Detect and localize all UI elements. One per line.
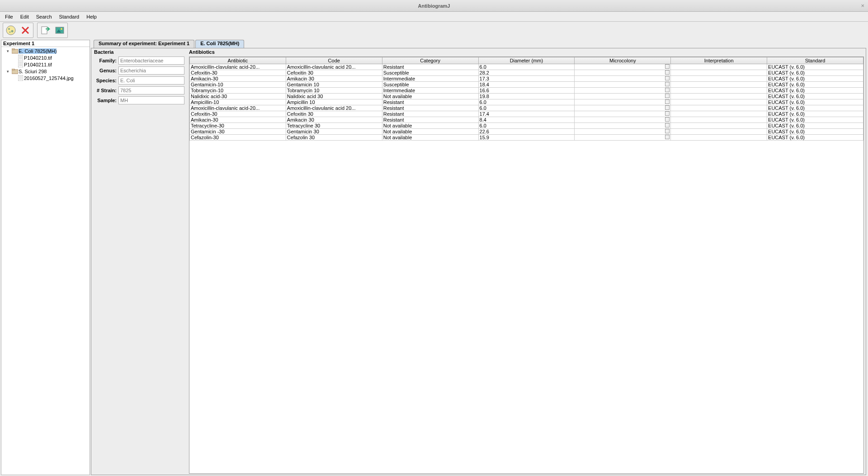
table-row[interactable]: Amoxicillin-clavulanic acid-20...Amoxici… (190, 64, 863, 70)
menu-search[interactable]: Search (33, 13, 56, 20)
table-row[interactable]: Nalidixic acid-30Nalidixic acid 30Not av… (190, 94, 863, 99)
column-header[interactable]: Antibiotic (190, 57, 286, 64)
cell-microcolony[interactable] (575, 117, 671, 123)
cell-microcolony[interactable] (575, 64, 671, 70)
table-row[interactable]: Cefoxitin-30Cefoxitin 30Resistant17.4EUC… (190, 111, 863, 117)
checkbox-icon[interactable] (665, 64, 670, 69)
tree-toggle-icon[interactable]: ▾ (7, 69, 11, 74)
cell-microcolony[interactable] (575, 82, 671, 88)
table-row[interactable]: Amikacin-30Amikacin 30Resistant8.4EUCAST… (190, 117, 863, 123)
cell-microcolony[interactable] (575, 99, 671, 105)
table-row[interactable]: Amikacin-30Amikacin 30Intermmediate17.3E… (190, 76, 863, 82)
cell-microcolony[interactable] (575, 111, 671, 117)
cell-antibiotic: Amikacin-30 (190, 117, 286, 123)
tree-item-label: P1040210.tif (24, 55, 52, 61)
export-icon[interactable] (38, 24, 52, 37)
cell-microcolony[interactable] (575, 76, 671, 82)
column-header[interactable]: Microcolony (575, 57, 671, 64)
sample-field[interactable] (118, 96, 184, 104)
genus-field[interactable] (118, 66, 184, 75)
checkbox-icon[interactable] (665, 117, 670, 122)
table-row[interactable]: Gentamicin-10Gentamicin 10Susceptible18.… (190, 82, 863, 88)
column-header[interactable]: Diameter (mm) (478, 57, 575, 64)
family-field[interactable] (118, 57, 184, 65)
file-icon (17, 61, 24, 67)
cell-microcolony[interactable] (575, 88, 671, 94)
column-header[interactable]: Code (286, 57, 382, 64)
checkbox-icon[interactable] (665, 135, 670, 139)
cell-interpretation (671, 94, 767, 99)
cell-interpretation (671, 111, 767, 117)
cell-category: Intermmediate (382, 76, 478, 82)
table-row[interactable]: Tobramycin-10Tobramycin 10Intermmediate1… (190, 88, 863, 94)
strain-field[interactable] (118, 86, 184, 94)
dish-icon[interactable] (4, 24, 18, 37)
cell-diameter: 28.2 (478, 70, 575, 76)
menu-edit[interactable]: Edit (17, 13, 33, 20)
cell-standard: EUCAST (v. 6.0) (767, 135, 863, 141)
tree-item-label: 20160527_125744.jpg (24, 75, 74, 81)
cell-antibiotic: Tetracycline-30 (190, 123, 286, 129)
column-header[interactable]: Category (382, 57, 478, 64)
tree-toggle-icon[interactable]: ▾ (7, 49, 11, 53)
cell-antibiotic: Ampicillin-10 (190, 99, 286, 105)
cell-microcolony[interactable] (575, 70, 671, 76)
tree-item-label: S. Sciuri 298 (19, 69, 47, 74)
tree-item-label: P1040211.tif (24, 62, 52, 67)
tree-item[interactable]: P1040211.tif (1, 61, 90, 68)
column-header[interactable]: Interpretation (671, 57, 767, 64)
cell-microcolony[interactable] (575, 129, 671, 135)
cell-microcolony[interactable] (575, 105, 671, 111)
checkbox-icon[interactable] (665, 76, 670, 80)
tree-item[interactable]: ▾E. Coli 7825(MH) (1, 47, 90, 54)
bacteria-panel: Bacteria Family: Genus: Species: # Strai… (91, 48, 187, 475)
checkbox-icon[interactable] (665, 70, 670, 75)
cell-microcolony[interactable] (575, 123, 671, 129)
table-row[interactable]: Gentamicin -30Gentamicin 30Not available… (190, 129, 863, 135)
bacteria-title: Bacteria (94, 49, 184, 55)
cell-antibiotic: Amoxicillin-clavulanic acid-20... (190, 64, 286, 70)
close-icon[interactable]: × (861, 2, 864, 9)
delete-icon[interactable] (18, 24, 33, 37)
image-icon[interactable] (52, 24, 67, 37)
menu-help[interactable]: Help (83, 13, 100, 20)
cell-interpretation (671, 105, 767, 111)
cell-microcolony[interactable] (575, 135, 671, 141)
tree-item[interactable]: P1040210.tif (1, 54, 90, 61)
checkbox-icon[interactable] (665, 105, 670, 110)
checkbox-icon[interactable] (665, 94, 670, 98)
column-header[interactable]: Standard (767, 57, 863, 64)
cell-microcolony[interactable] (575, 94, 671, 99)
cell-diameter: 6.0 (478, 123, 575, 129)
tree: ▾E. Coli 7825(MH)P1040210.tifP1040211.ti… (1, 47, 90, 475)
cell-diameter: 18.4 (478, 82, 575, 88)
checkbox-icon[interactable] (665, 99, 670, 104)
tree-item[interactable]: 20160527_125744.jpg (1, 75, 90, 81)
tree-item[interactable]: ▾S. Sciuri 298 (1, 68, 90, 75)
menu-file[interactable]: File (1, 13, 17, 20)
svg-point-9 (61, 28, 62, 30)
cell-standard: EUCAST (v. 6.0) (767, 99, 863, 105)
checkbox-icon[interactable] (665, 129, 670, 133)
checkbox-icon[interactable] (665, 88, 670, 92)
checkbox-icon[interactable] (665, 123, 670, 127)
cell-code: Amikacin 30 (286, 117, 382, 123)
table-row[interactable]: Amoxicillin-clavulanic acid-20...Amoxici… (190, 105, 863, 111)
tree-root[interactable]: Experiment 1 (1, 40, 90, 47)
table-row[interactable]: Cefazolin-30Cefazolin 30Not available15.… (190, 135, 863, 141)
cell-standard: EUCAST (v. 6.0) (767, 111, 863, 117)
sidebar: Experiment 1 ▾E. Coli 7825(MH)P1040210.t… (1, 40, 90, 475)
table-row[interactable]: Tetracycline-30Tetracycline 30Not availa… (190, 123, 863, 129)
cell-standard: EUCAST (v. 6.0) (767, 70, 863, 76)
svg-point-3 (9, 32, 11, 33)
table-row[interactable]: Ampicillin-10Ampicillin 10Resistant6.0EU… (190, 99, 863, 105)
checkbox-icon[interactable] (665, 82, 670, 86)
genus-label: Genus: (94, 68, 117, 73)
table-row[interactable]: Cefoxitin-30Cefoxitin 30Susceptible28.2E… (190, 70, 863, 76)
tab[interactable]: Summary of experiment: Experiment 1 (94, 40, 194, 48)
tab[interactable]: E. Coli 7825(MH) (195, 40, 244, 48)
menu-standard[interactable]: Standard (56, 13, 83, 20)
species-field[interactable] (118, 76, 184, 85)
checkbox-icon[interactable] (665, 111, 670, 116)
cell-interpretation (671, 70, 767, 76)
